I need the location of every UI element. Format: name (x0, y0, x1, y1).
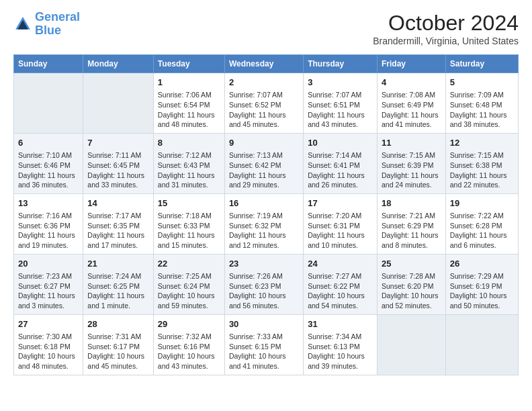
calendar-body: 1Sunrise: 7:06 AMSunset: 6:54 PMDaylight… (14, 73, 519, 375)
col-friday: Friday (377, 55, 445, 73)
week-row-1: 1Sunrise: 7:06 AMSunset: 6:54 PMDaylight… (14, 73, 519, 134)
day-info: Sunrise: 7:17 AMSunset: 6:35 PMDaylight:… (87, 211, 149, 250)
calendar-cell: 19Sunrise: 7:22 AMSunset: 6:28 PMDayligh… (445, 193, 518, 254)
calendar-cell (83, 73, 154, 134)
day-info: Sunrise: 7:18 AMSunset: 6:33 PMDaylight:… (158, 211, 220, 250)
calendar-header: Sunday Monday Tuesday Wednesday Thursday… (14, 55, 519, 73)
day-info: Sunrise: 7:32 AMSunset: 6:16 PMDaylight:… (158, 332, 220, 371)
day-number: 12 (450, 137, 514, 149)
calendar-cell: 15Sunrise: 7:18 AMSunset: 6:33 PMDayligh… (153, 193, 224, 254)
day-info: Sunrise: 7:30 AMSunset: 6:18 PMDaylight:… (18, 332, 79, 371)
day-info: Sunrise: 7:27 AMSunset: 6:22 PMDaylight:… (308, 271, 373, 311)
day-number: 30 (229, 318, 299, 330)
day-info: Sunrise: 7:13 AMSunset: 6:42 PMDaylight:… (229, 150, 299, 190)
calendar-table: Sunday Monday Tuesday Wednesday Thursday… (13, 54, 519, 375)
calendar-cell: 23Sunrise: 7:26 AMSunset: 6:23 PMDayligh… (224, 254, 303, 314)
calendar-cell: 31Sunrise: 7:34 AMSunset: 6:13 PMDayligh… (304, 314, 378, 375)
logo-blue: Blue (35, 24, 61, 37)
day-info: Sunrise: 7:22 AMSunset: 6:28 PMDaylight:… (450, 211, 514, 250)
calendar-cell: 12Sunrise: 7:15 AMSunset: 6:38 PMDayligh… (445, 133, 518, 193)
day-number: 31 (308, 318, 373, 330)
week-row-4: 20Sunrise: 7:23 AMSunset: 6:27 PMDayligh… (14, 254, 519, 314)
day-number: 14 (87, 197, 149, 210)
day-number: 23 (229, 258, 299, 270)
day-number: 20 (18, 258, 79, 270)
day-info: Sunrise: 7:08 AMSunset: 6:49 PMDaylight:… (382, 90, 441, 130)
week-row-5: 27Sunrise: 7:30 AMSunset: 6:18 PMDayligh… (14, 314, 519, 375)
col-monday: Monday (83, 55, 154, 73)
day-number: 18 (382, 197, 441, 210)
day-number: 6 (18, 137, 79, 149)
day-number: 11 (382, 137, 441, 149)
page-title: October 2024 (373, 11, 519, 36)
calendar-cell: 17Sunrise: 7:20 AMSunset: 6:31 PMDayligh… (304, 193, 378, 254)
calendar-cell: 8Sunrise: 7:12 AMSunset: 6:43 PMDaylight… (153, 133, 224, 193)
calendar-cell: 26Sunrise: 7:29 AMSunset: 6:19 PMDayligh… (445, 254, 518, 314)
page-subtitle: Brandermill, Virginia, United States (373, 36, 519, 46)
calendar-cell: 10Sunrise: 7:14 AMSunset: 6:41 PMDayligh… (304, 133, 378, 193)
day-number: 1 (158, 77, 220, 89)
week-row-3: 13Sunrise: 7:16 AMSunset: 6:36 PMDayligh… (14, 193, 519, 254)
day-info: Sunrise: 7:33 AMSunset: 6:15 PMDaylight:… (229, 332, 299, 371)
day-info: Sunrise: 7:14 AMSunset: 6:41 PMDaylight:… (308, 150, 373, 190)
day-info: Sunrise: 7:23 AMSunset: 6:27 PMDaylight:… (18, 271, 79, 311)
day-number: 5 (450, 77, 514, 89)
calendar-cell: 24Sunrise: 7:27 AMSunset: 6:22 PMDayligh… (304, 254, 378, 314)
calendar-cell: 21Sunrise: 7:24 AMSunset: 6:25 PMDayligh… (83, 254, 154, 314)
calendar-cell: 2Sunrise: 7:07 AMSunset: 6:52 PMDaylight… (224, 73, 303, 134)
day-number: 10 (308, 137, 373, 149)
day-info: Sunrise: 7:06 AMSunset: 6:54 PMDaylight:… (158, 90, 220, 130)
day-number: 17 (308, 197, 373, 210)
day-info: Sunrise: 7:10 AMSunset: 6:46 PMDaylight:… (18, 150, 79, 190)
day-info: Sunrise: 7:25 AMSunset: 6:24 PMDaylight:… (158, 271, 220, 311)
logo-text: General Blue (35, 11, 80, 38)
day-number: 13 (18, 197, 79, 210)
calendar-cell: 9Sunrise: 7:13 AMSunset: 6:42 PMDaylight… (224, 133, 303, 193)
day-info: Sunrise: 7:28 AMSunset: 6:20 PMDaylight:… (382, 271, 441, 311)
day-info: Sunrise: 7:19 AMSunset: 6:32 PMDaylight:… (229, 211, 299, 250)
day-number: 29 (158, 318, 220, 330)
calendar-cell: 22Sunrise: 7:25 AMSunset: 6:24 PMDayligh… (153, 254, 224, 314)
day-number: 27 (18, 318, 79, 330)
logo: General Blue (13, 11, 80, 38)
day-number: 26 (450, 258, 514, 270)
day-number: 2 (229, 77, 299, 89)
col-sunday: Sunday (14, 55, 83, 73)
col-thursday: Thursday (304, 55, 378, 73)
day-info: Sunrise: 7:12 AMSunset: 6:43 PMDaylight:… (158, 150, 220, 190)
calendar-cell: 29Sunrise: 7:32 AMSunset: 6:16 PMDayligh… (153, 314, 224, 375)
day-number: 22 (158, 258, 220, 270)
calendar-cell: 1Sunrise: 7:06 AMSunset: 6:54 PMDaylight… (153, 73, 224, 134)
calendar-cell (445, 314, 518, 375)
calendar-cell: 18Sunrise: 7:21 AMSunset: 6:29 PMDayligh… (377, 193, 445, 254)
day-number: 9 (229, 137, 299, 149)
day-info: Sunrise: 7:26 AMSunset: 6:23 PMDaylight:… (229, 271, 299, 311)
logo-general: General (35, 10, 80, 24)
col-tuesday: Tuesday (153, 55, 224, 73)
day-number: 21 (87, 258, 149, 270)
calendar-cell: 25Sunrise: 7:28 AMSunset: 6:20 PMDayligh… (377, 254, 445, 314)
day-info: Sunrise: 7:29 AMSunset: 6:19 PMDaylight:… (450, 271, 514, 311)
calendar-cell: 5Sunrise: 7:09 AMSunset: 6:48 PMDaylight… (445, 73, 518, 134)
calendar-cell: 4Sunrise: 7:08 AMSunset: 6:49 PMDaylight… (377, 73, 445, 134)
day-info: Sunrise: 7:34 AMSunset: 6:13 PMDaylight:… (308, 332, 373, 371)
day-info: Sunrise: 7:15 AMSunset: 6:39 PMDaylight:… (382, 150, 441, 190)
day-number: 4 (382, 77, 441, 89)
calendar-cell: 6Sunrise: 7:10 AMSunset: 6:46 PMDaylight… (14, 133, 83, 193)
day-number: 8 (158, 137, 220, 149)
day-number: 15 (158, 197, 220, 210)
day-info: Sunrise: 7:16 AMSunset: 6:36 PMDaylight:… (18, 211, 79, 250)
calendar-cell: 30Sunrise: 7:33 AMSunset: 6:15 PMDayligh… (224, 314, 303, 375)
title-block: October 2024 Brandermill, Virginia, Unit… (373, 11, 519, 46)
calendar-cell: 20Sunrise: 7:23 AMSunset: 6:27 PMDayligh… (14, 254, 83, 314)
day-info: Sunrise: 7:31 AMSunset: 6:17 PMDaylight:… (87, 332, 149, 371)
day-info: Sunrise: 7:07 AMSunset: 6:51 PMDaylight:… (308, 90, 373, 130)
day-number: 24 (308, 258, 373, 270)
day-info: Sunrise: 7:21 AMSunset: 6:29 PMDaylight:… (382, 211, 441, 250)
day-info: Sunrise: 7:07 AMSunset: 6:52 PMDaylight:… (229, 90, 299, 130)
day-number: 19 (450, 197, 514, 210)
week-row-2: 6Sunrise: 7:10 AMSunset: 6:46 PMDaylight… (14, 133, 519, 193)
calendar-cell: 3Sunrise: 7:07 AMSunset: 6:51 PMDaylight… (304, 73, 378, 134)
calendar-cell: 14Sunrise: 7:17 AMSunset: 6:35 PMDayligh… (83, 193, 154, 254)
page: General Blue October 2024 Brandermill, V… (0, 0, 532, 386)
